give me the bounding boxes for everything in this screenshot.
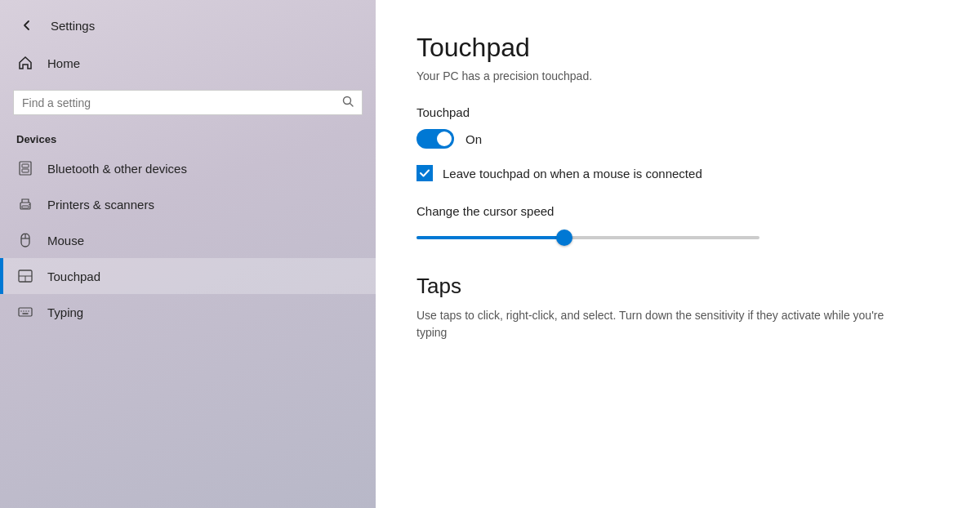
sidebar-item-touchpad[interactable]: Touchpad [0, 258, 376, 294]
sidebar-item-typing[interactable]: Typing [0, 294, 376, 330]
cursor-speed-section: Change the cursor speed [416, 204, 939, 247]
svg-rect-13 [19, 308, 32, 316]
touchpad-section-label: Touchpad [416, 105, 939, 119]
touchpad-icon [16, 267, 34, 285]
taps-title: Taps [416, 274, 939, 299]
touchpad-toggle-row: On [416, 129, 939, 149]
search-box[interactable] [13, 90, 363, 115]
sidebar-item-label: Bluetooth & other devices [47, 162, 187, 176]
taps-description: Use taps to click, right-click, and sele… [416, 307, 906, 341]
slider-track [416, 236, 760, 239]
sidebar-item-label: Mouse [47, 234, 84, 247]
sidebar-item-mouse[interactable]: Mouse [0, 222, 376, 258]
page-subtitle: Your PC has a precision touchpad. [416, 69, 939, 82]
settings-title: Settings [51, 19, 95, 33]
svg-rect-3 [22, 164, 29, 167]
search-input[interactable] [22, 96, 336, 109]
sidebar-item-bluetooth[interactable]: Bluetooth & other devices [0, 150, 376, 186]
svg-rect-2 [20, 162, 31, 175]
mouse-connected-checkbox-row: Leave touchpad on when a mouse is connec… [416, 165, 939, 181]
svg-point-7 [29, 204, 30, 206]
home-icon [16, 54, 34, 72]
svg-rect-4 [22, 169, 29, 172]
sidebar: Settings Home Devices Bluetooth & [0, 0, 376, 508]
page-title: Touchpad [416, 33, 939, 63]
mouse-icon [16, 231, 34, 249]
svg-line-1 [350, 104, 354, 107]
toggle-knob [437, 131, 452, 146]
devices-section-label: Devices [0, 127, 376, 150]
toggle-label: On [466, 132, 482, 146]
keyboard-icon [16, 303, 34, 321]
home-label: Home [47, 56, 80, 70]
mouse-connected-checkbox[interactable] [416, 165, 433, 181]
sidebar-item-label: Touchpad [47, 270, 100, 283]
touchpad-toggle[interactable] [416, 129, 454, 149]
sidebar-item-label: Typing [47, 305, 83, 319]
sidebar-item-printers[interactable]: Printers & scanners [0, 186, 376, 222]
mouse-connected-label: Leave touchpad on when a mouse is connec… [443, 167, 702, 180]
slider-label: Change the cursor speed [416, 204, 939, 218]
cursor-speed-slider-wrap [416, 228, 760, 247]
sidebar-header: Settings [0, 0, 376, 44]
search-icon [342, 96, 354, 109]
printer-icon [16, 195, 34, 213]
sidebar-item-label: Printers & scanners [47, 198, 154, 212]
cursor-speed-slider-thumb[interactable] [556, 229, 572, 246]
home-nav-item[interactable]: Home [0, 44, 376, 82]
svg-rect-6 [22, 206, 29, 208]
slider-fill [416, 236, 564, 239]
bluetooth-icon [16, 159, 34, 177]
main-content: Touchpad Your PC has a precision touchpa… [376, 0, 980, 508]
back-button[interactable] [16, 15, 38, 36]
